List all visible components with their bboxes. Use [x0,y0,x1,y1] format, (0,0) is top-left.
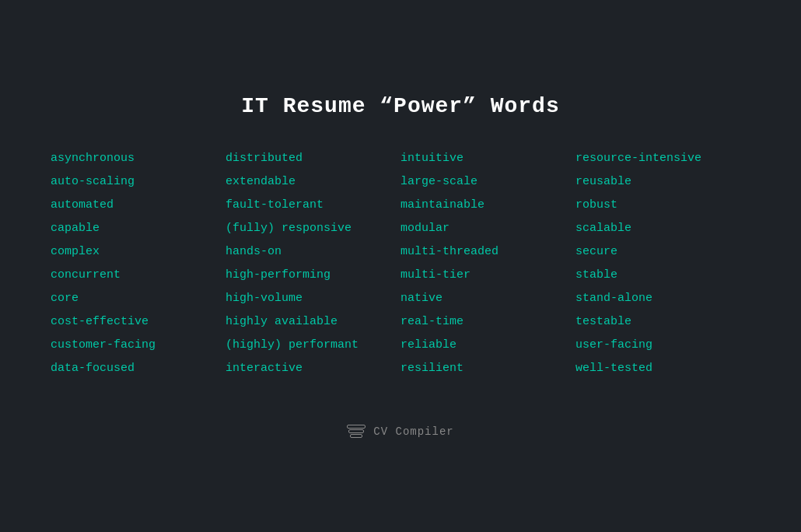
word-item: asynchronous [51,149,226,168]
word-item: complex [51,243,226,261]
word-item: customer-facing [51,336,226,355]
word-item: capable [51,219,226,238]
word-item: real-time [400,313,575,331]
word-item: extendable [226,173,400,191]
footer: CV Compiler [347,425,453,438]
word-item: robust [575,196,750,215]
word-item: resilient [400,359,575,378]
word-item: high-performing [226,266,400,285]
word-item: well-tested [575,359,750,378]
word-item: multi-threaded [400,243,575,261]
word-item: fault-tolerant [226,196,400,215]
word-item: (highly) performant [226,336,400,355]
word-item: (fully) responsive [226,219,400,238]
page-container: IT Resume “Power” Words asynchronousauto… [0,71,801,461]
word-item: native [400,289,575,308]
footer-brand: CV Compiler [373,425,453,438]
word-item: modular [400,219,575,238]
word-item: core [51,289,226,308]
word-item: stable [575,266,750,285]
word-column-3: intuitivelarge-scalemaintainablemodularm… [400,149,575,378]
word-item: large-scale [400,173,575,191]
word-item: highly available [226,313,400,331]
word-item: user-facing [575,336,750,355]
word-item: hands-on [226,243,400,261]
word-item: scalable [575,219,750,238]
word-item: secure [575,243,750,261]
word-item: high-volume [226,289,400,308]
word-column-4: resource-intensivereusablerobustscalable… [575,149,750,378]
word-item: distributed [226,149,400,168]
cv-compiler-icon [347,425,366,438]
page-title: IT Resume “Power” Words [241,94,559,118]
word-item: interactive [226,359,400,378]
word-item: reusable [575,173,750,191]
words-grid: asynchronousauto-scalingautomatedcapable… [51,149,750,378]
word-item: concurrent [51,266,226,285]
word-item: reliable [400,336,575,355]
word-column-1: asynchronousauto-scalingautomatedcapable… [51,149,226,378]
word-item: automated [51,196,226,215]
word-item: cost-effective [51,313,226,331]
word-column-2: distributedextendablefault-tolerant(full… [226,149,400,378]
word-item: auto-scaling [51,173,226,191]
word-item: testable [575,313,750,331]
word-item: intuitive [400,149,575,168]
word-item: stand-alone [575,289,750,308]
word-item: data-focused [51,359,226,378]
word-item: resource-intensive [575,149,750,168]
word-item: multi-tier [400,266,575,285]
word-item: maintainable [400,196,575,215]
